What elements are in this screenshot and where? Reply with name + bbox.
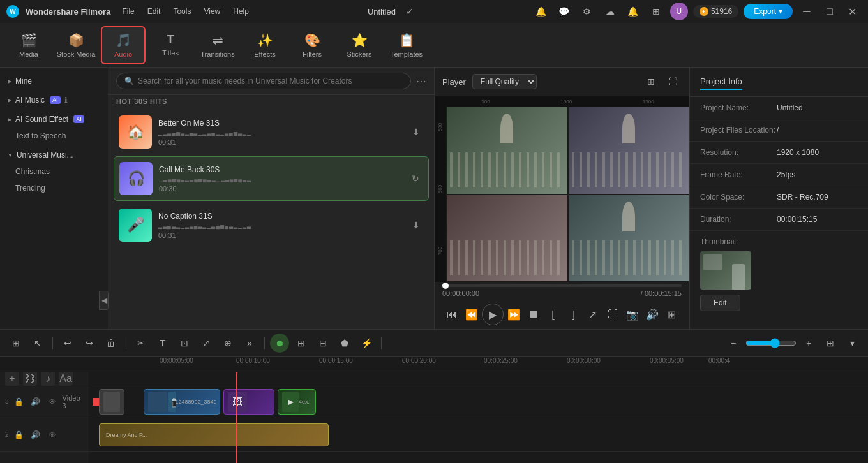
project-info-tab-label[interactable]: Project Info bbox=[700, 74, 742, 90]
more-options-btn[interactable]: ▾ bbox=[842, 334, 862, 353]
menu-tools[interactable]: Tools bbox=[168, 4, 196, 18]
close-button[interactable]: ✕ bbox=[844, 3, 862, 20]
bell-icon[interactable]: 🔔 bbox=[624, 3, 642, 20]
skip-back-icon[interactable]: ⏮ bbox=[442, 305, 461, 324]
tab-filters[interactable]: 🎨 Filters bbox=[290, 26, 334, 64]
track3-clip-purple[interactable]: 🖼 bbox=[223, 389, 274, 415]
track3-lock-icon[interactable]: 🔒 bbox=[13, 395, 26, 408]
more-tools-icon[interactable]: » bbox=[240, 334, 259, 353]
search-input[interactable] bbox=[138, 77, 403, 85]
search-box[interactable]: 🔍 bbox=[116, 73, 411, 89]
play-button[interactable]: ▶ bbox=[482, 304, 504, 325]
zoom-slider[interactable] bbox=[745, 338, 797, 348]
track2-main-clip[interactable]: Dreamy And P... bbox=[99, 423, 329, 446]
track3-clip-gray[interactable] bbox=[99, 389, 124, 415]
section-ai-music-header[interactable]: ▶ AI Music AI ℹ bbox=[0, 92, 108, 108]
sidebar-item-tts[interactable]: Text to Speech bbox=[0, 128, 108, 144]
track3-clip-1[interactable]: 📷 12488902_3840_216... bbox=[144, 389, 220, 415]
timeline-thumb[interactable] bbox=[442, 283, 449, 289]
mark-out-icon[interactable]: ⌋ bbox=[564, 305, 583, 324]
crop-button[interactable]: ⊡ bbox=[175, 334, 194, 353]
track3-eye-icon[interactable]: 👁 bbox=[46, 395, 59, 408]
fullscreen-ctrl-icon[interactable]: ⛶ bbox=[603, 305, 622, 324]
tab-transitions[interactable]: ⇌ Transitions bbox=[195, 26, 240, 64]
track2-eye-icon[interactable]: 👁 bbox=[46, 429, 59, 441]
add-audio-btn[interactable]: ♪ bbox=[41, 372, 55, 386]
timeline-seek-bar[interactable] bbox=[442, 284, 682, 287]
notification-icon[interactable]: 🔔 bbox=[532, 3, 550, 20]
menu-edit[interactable]: Edit bbox=[142, 4, 166, 18]
cut-button[interactable]: ✂ bbox=[131, 334, 151, 353]
music-item-3[interactable]: 🎤 No Caption 31S ▂▃▄▃▂▁▂▃▄▃▂▁▃▄▅▄▃▂▁▂▃ 0… bbox=[114, 203, 429, 247]
layout-icon[interactable]: ⊞ bbox=[6, 334, 26, 353]
select-tool-icon[interactable]: ↖ bbox=[28, 334, 47, 353]
tab-media[interactable]: 🎬 Media bbox=[6, 26, 51, 64]
transform-icon[interactable]: ⤢ bbox=[197, 334, 216, 353]
extract-icon[interactable]: ↗ bbox=[583, 305, 602, 324]
section-universal-header[interactable]: ▼ Universal Musi... bbox=[0, 147, 108, 163]
cloud-status-icon[interactable]: ✓ bbox=[401, 3, 419, 20]
sidebar-item-trending[interactable]: Trending bbox=[0, 180, 108, 196]
community-icon[interactable]: 💬 bbox=[555, 3, 573, 20]
mask-icon[interactable]: ⬟ bbox=[335, 334, 354, 353]
add-subtitle-btn[interactable]: Aa bbox=[59, 372, 73, 386]
tab-titles[interactable]: T Titles bbox=[148, 26, 193, 64]
menu-view[interactable]: View bbox=[198, 4, 225, 18]
record-button[interactable]: ⏺ bbox=[270, 334, 289, 353]
settings-icon[interactable]: ⚙ bbox=[578, 3, 596, 20]
track2-audio-icon[interactable]: 🔊 bbox=[29, 429, 42, 441]
tab-templates[interactable]: 📋 Templates bbox=[384, 26, 429, 64]
tab-effects[interactable]: ✨ Effects bbox=[243, 26, 287, 64]
tab-stickers[interactable]: ⭐ Stickers bbox=[337, 26, 382, 64]
playhead[interactable] bbox=[236, 372, 237, 463]
apps-icon[interactable]: ⊞ bbox=[647, 3, 665, 20]
stickers-label: Stickers bbox=[347, 50, 371, 58]
download-btn-1[interactable]: ⬇ bbox=[408, 124, 424, 140]
loading-btn-2[interactable]: ↻ bbox=[408, 171, 423, 186]
quality-select[interactable]: Full Quality Half Quality bbox=[472, 74, 537, 89]
delete-button[interactable]: 🗑 bbox=[101, 334, 121, 353]
menu-help[interactable]: Help bbox=[228, 4, 254, 18]
export-clip-icon[interactable]: ⊟ bbox=[313, 334, 333, 353]
snapshot-icon[interactable]: 📷 bbox=[623, 305, 642, 324]
track2-lock-icon[interactable]: 🔒 bbox=[13, 429, 26, 441]
zoom-out-icon[interactable]: − bbox=[724, 334, 743, 353]
grid-view-icon[interactable]: ⊞ bbox=[642, 73, 660, 91]
cloud-icon[interactable]: ☁ bbox=[601, 3, 619, 20]
panel-collapse-btn[interactable]: ◀ bbox=[99, 291, 108, 310]
step-back-icon[interactable]: ⏪ bbox=[462, 305, 481, 324]
stop-icon[interactable]: ⏹ bbox=[524, 305, 543, 324]
audio-detach-icon[interactable]: ⊕ bbox=[218, 334, 237, 353]
tab-stock-media[interactable]: 📦 Stock Media bbox=[54, 26, 98, 64]
tab-audio[interactable]: 🎵 Audio bbox=[101, 26, 146, 64]
grid-layout-icon[interactable]: ⊞ bbox=[821, 334, 840, 353]
music-item-1[interactable]: 🏠 Better On Me 31S ▁▂▃▄▅▃▂▄▃▁▂▃▄▂▁▃▄▅▃▂▁… bbox=[114, 110, 429, 154]
export-button[interactable]: Export ▾ bbox=[744, 4, 793, 19]
user-avatar[interactable]: U bbox=[670, 3, 688, 20]
edit-thumbnail-button[interactable]: Edit bbox=[700, 295, 740, 311]
volume-icon[interactable]: 🔊 bbox=[643, 305, 662, 324]
fullscreen-icon[interactable]: ⛶ bbox=[664, 73, 682, 91]
media-import-icon[interactable]: ⊞ bbox=[292, 334, 311, 353]
track3-clip-green[interactable]: ▶ 4ex. bbox=[278, 389, 316, 415]
add-link-btn[interactable]: ⛓ bbox=[23, 372, 37, 386]
minimize-button[interactable]: ─ bbox=[798, 3, 816, 20]
section-mine-header[interactable]: ▶ Mine bbox=[0, 73, 108, 89]
redo-button[interactable]: ↪ bbox=[80, 334, 99, 353]
track3-audio-icon[interactable]: 🔊 bbox=[29, 395, 42, 408]
more-options-icon[interactable]: ⋯ bbox=[416, 75, 426, 87]
maximize-button[interactable]: □ bbox=[821, 3, 839, 20]
ai-tool-icon[interactable]: ⚡ bbox=[357, 334, 376, 353]
add-track-plus[interactable]: + bbox=[5, 372, 19, 386]
undo-button[interactable]: ↩ bbox=[58, 334, 77, 353]
section-ai-sound-header[interactable]: ▶ AI Sound Effect AI bbox=[0, 111, 108, 128]
music-item-2[interactable]: 🎧 Call Me Back 30S ▁▃▄▅▄▃▂▃▄▅▄▃▂▁▂▃▄▅▄▃▂… bbox=[114, 156, 429, 201]
mark-in-icon[interactable]: ⌊ bbox=[544, 305, 563, 324]
step-forward-icon[interactable]: ⏩ bbox=[504, 305, 523, 324]
text-tool-icon[interactable]: T bbox=[153, 334, 172, 353]
zoom-in-icon[interactable]: + bbox=[799, 334, 818, 353]
pip-icon[interactable]: ⊞ bbox=[662, 305, 681, 324]
download-btn-3[interactable]: ⬇ bbox=[408, 217, 424, 233]
sidebar-item-christmas[interactable]: Christmas bbox=[0, 163, 108, 180]
menu-file[interactable]: File bbox=[117, 4, 139, 18]
